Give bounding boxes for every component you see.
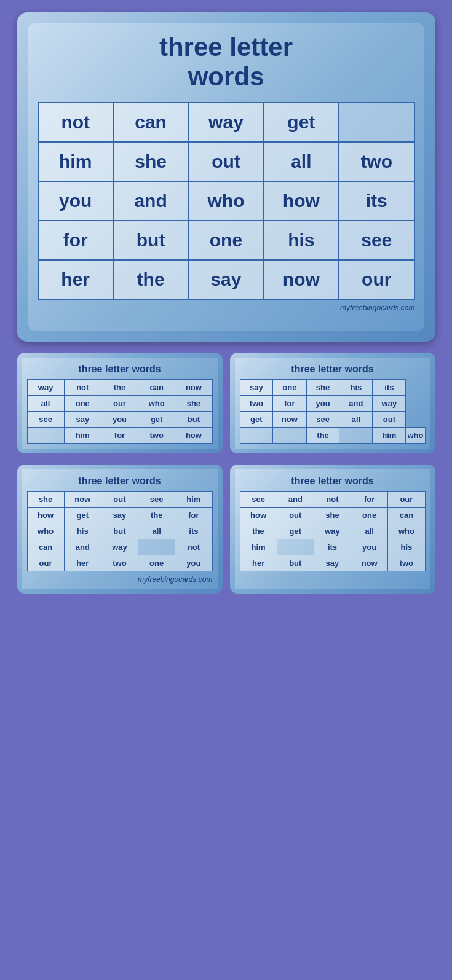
grid-cell: get [264,103,339,142]
grid-cell: out [277,507,314,523]
grid-cell: say [101,507,138,523]
small-card-4: three letter words seeandnotforourhowout… [230,465,435,594]
card4-grid: seeandnotforourhowoutsheonecanthegetwaya… [240,491,426,571]
grid-cell: all [138,523,175,539]
bottom-row-1: three letter words waynotthecannowallone… [17,353,435,453]
grid-cell [339,103,414,142]
grid-cell: out [373,411,406,427]
grid-cell: two [240,395,273,411]
grid-cell [273,427,306,443]
grid-cell: say [188,260,263,299]
grid-cell: two [138,427,175,443]
grid-cell: who [406,427,425,443]
grid-cell: you [38,181,113,221]
card2-grid: sayoneshehisitstwoforyouandwaygetnowseea… [240,379,426,444]
grid-cell: the [113,260,188,299]
grid-cell: one [188,221,263,260]
grid-cell: you [175,555,212,571]
grid-cell: now [351,555,388,571]
grid-cell: see [27,411,64,427]
grid-cell: see [138,491,175,507]
grid-cell: way [188,103,263,142]
grid-cell: she [113,142,188,181]
card2-title: three letter words [240,364,426,375]
main-card: three letter words notcanwaygethimsheout… [17,12,435,342]
grid-cell: all [264,142,339,181]
grid-cell: his [264,221,339,260]
grid-cell: way [314,523,351,539]
grid-cell: get [240,411,273,427]
grid-cell: say [240,379,273,395]
grid-cell: how [27,507,64,523]
grid-cell: but [175,411,212,427]
grid-cell: how [175,427,212,443]
grid-cell: his [388,539,425,555]
grid-cell: one [351,507,388,523]
grid-cell: our [27,555,64,571]
grid-cell: all [27,395,64,411]
card1-title: three letter words [27,364,213,375]
grid-cell: say [314,555,351,571]
grid-cell: but [101,523,138,539]
grid-cell: get [138,411,175,427]
grid-cell: him [240,539,277,555]
card3-title: three letter words [27,476,213,487]
small-card-2: three letter words sayoneshehisitstwofor… [230,353,435,453]
grid-cell: her [38,260,113,299]
title-line1: three letter [159,33,293,61]
grid-cell [27,427,64,443]
grid-cell: now [264,260,339,299]
grid-cell: two [339,142,414,181]
grid-cell: our [339,260,414,299]
small-card-3: three letter words shenowoutseehimhowget… [17,465,223,594]
grid-cell: him [64,427,101,443]
grid-cell: for [175,507,212,523]
grid-cell: can [27,539,64,555]
card1-grid: waynotthecannowalloneourwhosheseesayyoug… [27,379,213,444]
grid-cell: the [306,427,339,443]
grid-cell: the [240,523,277,539]
grid-cell: see [240,491,277,507]
grid-cell: get [64,507,101,523]
grid-cell: for [351,491,388,507]
grid-cell: our [101,395,138,411]
card4-title: three letter words [240,476,426,487]
grid-cell: see [306,411,339,427]
grid-cell: the [138,507,175,523]
grid-cell: way [373,395,406,411]
grid-cell: and [64,539,101,555]
grid-cell: her [240,555,277,571]
grid-cell: his [64,523,101,539]
grid-cell: now [64,491,101,507]
grid-cell: not [64,379,101,395]
grid-cell: you [351,539,388,555]
grid-cell: can [388,507,425,523]
small-card-1: three letter words waynotthecannowallone… [17,353,223,453]
grid-cell: its [339,181,414,221]
grid-cell: and [113,181,188,221]
grid-cell: can [113,103,188,142]
grid-cell: one [64,395,101,411]
grid-cell: the [101,379,138,395]
grid-cell: one [273,379,306,395]
grid-cell: him [175,491,212,507]
grid-cell: you [306,395,339,411]
main-bingo-grid: notcanwaygethimsheoutalltwoyouandwhohowi… [38,102,415,300]
grid-cell: two [388,555,425,571]
grid-cell [277,539,314,555]
grid-cell: how [264,181,339,221]
grid-cell: its [314,539,351,555]
grid-cell: and [339,395,373,411]
grid-cell: she [314,507,351,523]
grid-cell: who [138,395,175,411]
grid-cell: way [101,539,138,555]
grid-cell: she [306,379,339,395]
grid-cell: not [38,103,113,142]
grid-cell: you [101,411,138,427]
grid-cell: but [277,555,314,571]
grid-cell: one [138,555,175,571]
grid-cell: not [175,539,212,555]
grid-cell: way [27,379,64,395]
grid-cell: she [175,395,212,411]
grid-cell: now [175,379,212,395]
